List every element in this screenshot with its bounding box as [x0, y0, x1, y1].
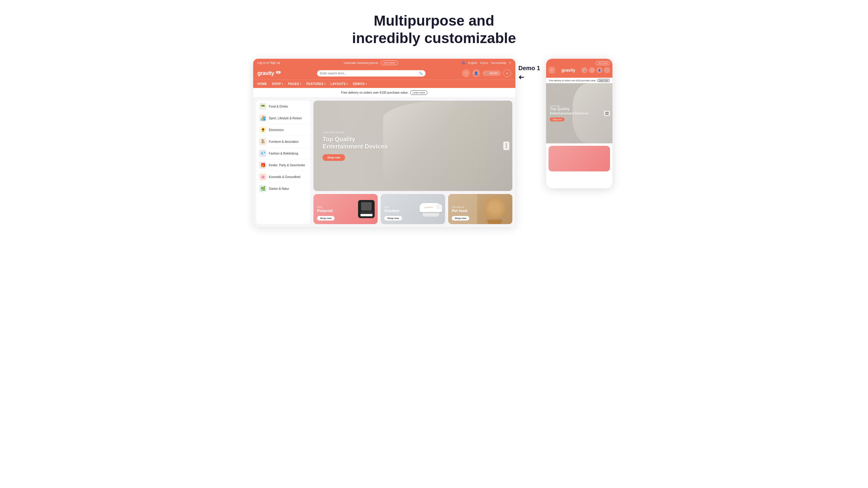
mobile-hero-content: Limited offer Top Quality Entertainment … [550, 105, 589, 121]
polaroid-title: Polaroid [317, 209, 335, 213]
sidebar-item-electronics[interactable]: 🌻 Electronics [256, 124, 310, 136]
nav-features[interactable]: FEATURES ▾ [306, 82, 326, 86]
close-button[interactable]: × [509, 61, 511, 65]
hero-banner: Limited offer Top Quality Entertainment … [313, 101, 513, 191]
nav-pages[interactable]: PAGES ▾ [288, 82, 301, 86]
hero-label: Limited offer [322, 131, 388, 134]
fashion-icon: 💎 [259, 150, 267, 157]
scroll-dot-2 [506, 145, 507, 147]
demo-label: Demo 1 [518, 65, 540, 72]
mobile-shop-button[interactable]: Shop now [550, 118, 564, 121]
header-icons: ♡ 👤 🛒 €0.00* ≡ [462, 69, 511, 77]
chevron-down-icon: ▾ [366, 83, 367, 85]
mobile-search-icon[interactable]: 🔍 [581, 67, 587, 73]
sidebar-item-furniture[interactable]: 🪑 Furniture & decoration [256, 136, 310, 148]
sidebar-item-garten[interactable]: 🌿 Garten & Natur [256, 183, 310, 194]
petfood-title: Pet food [452, 209, 469, 213]
mobile-learn-more-button[interactable]: Learn more [597, 79, 610, 82]
mobile-user-icon[interactable]: 👤 [596, 67, 602, 73]
heading-line2: incredibly customizable [352, 30, 516, 46]
mobile-hero-title: Top Quality Entertainment Devices [550, 107, 589, 116]
mobile-cart-icon[interactable]: 🛒 [604, 67, 610, 73]
hero-title: Top Quality Entertainment Devices [322, 135, 388, 150]
language-selector[interactable]: English [468, 61, 477, 64]
furniture-icon: 🪑 [259, 138, 267, 145]
nav-layouts[interactable]: LAYOUTS ▾ [331, 82, 348, 86]
petfood-tag: 10% discount [452, 206, 469, 208]
petfood-shop-button[interactable]: Shop now [452, 216, 469, 221]
chevron-down-icon: ▾ [324, 83, 326, 85]
mobile-delivery-text: Free delivery on orders over €100 purcha… [549, 79, 596, 82]
demo-wrapper: Log in or Sign up Optionaler Marketing B… [253, 59, 615, 227]
top-bar: Log in or Sign up Optionaler Marketing B… [253, 59, 516, 67]
arrow-icon: ➜ [518, 73, 524, 82]
heading-line1: Multipurpose and [374, 13, 494, 29]
navigation: HOME SHOP ▾ PAGES ▾ FEATURES ▾ LAYOUTS ▾… [253, 79, 516, 88]
sneaker-title: Sneaker [384, 209, 402, 213]
header: gravity WP 🔍 ♡ 👤 🛒 €0.00* ≡ [253, 67, 516, 79]
mobile-scroll-indicator [604, 111, 610, 116]
search-input[interactable] [320, 72, 417, 75]
sneaker-shop-button[interactable]: Shop now [384, 216, 402, 221]
garten-icon: 🌿 [259, 185, 267, 192]
currency-selector[interactable]: € Euro [480, 61, 488, 64]
wishlist-button[interactable]: ♡ [462, 69, 470, 77]
sidebar-item-food[interactable]: 🥗 Food & Drinks [256, 101, 310, 112]
macrame-decoration [452, 107, 488, 185]
flag-icon: 🇬🇧 [461, 61, 465, 64]
chevron-down-icon: ▾ [282, 83, 283, 85]
mobile-icons: 🔍 ♡ 👤 🛒 [581, 67, 610, 73]
sneaker-tag: New [384, 206, 402, 208]
mobile-delivery-banner: Free delivery on orders over €100 purcha… [546, 78, 613, 83]
sidebar-item-fashion[interactable]: 💎 Fashion & Bekleidung [256, 148, 310, 159]
menu-button[interactable]: ≡ [503, 69, 511, 77]
topbar-center: Optionaler Marketing Banner Jetzt testen [344, 61, 398, 65]
sneaker-image [420, 201, 444, 217]
search-bar[interactable]: 🔍 [317, 70, 426, 76]
logo-badge: WP [276, 71, 281, 73]
mobile-hero-banner: Limited offer Top Quality Entertainment … [546, 83, 613, 143]
cart-button[interactable]: 🛒 €0.00* [483, 70, 501, 76]
sidebar-item-sport[interactable]: 🏄 Sport, Lifestyle & Reisen [256, 112, 310, 124]
topbar-left: Log in or Sign up [257, 61, 280, 64]
logo: gravity WP [257, 70, 281, 76]
mobile-heart-icon[interactable]: ♡ [589, 67, 595, 73]
polaroid-promo-content: Retro Polaroid Shop now [317, 206, 335, 221]
promo-card-petfood: 10% discount Pet food Shop now [448, 194, 513, 224]
scroll-dot-1 [506, 143, 507, 144]
topbar-right: 🇬🇧 English € Euro Service/help × [461, 61, 511, 65]
polaroid-shop-button[interactable]: Shop now [317, 216, 335, 221]
hero-area: Limited offer Top Quality Entertainment … [313, 101, 513, 224]
nav-home[interactable]: HOME [257, 82, 267, 86]
sidebar-item-kosmetik[interactable]: 🌸 Kosmetik & Gesundheit [256, 171, 310, 183]
service-link[interactable]: Service/help [491, 61, 506, 64]
learn-more-button[interactable]: Learn more [410, 90, 427, 95]
hero-image-area [383, 101, 513, 191]
mobile-header: ≡ gravity 🔍 ♡ 👤 🛒 [549, 67, 610, 73]
hero-shop-now-button[interactable]: Shop now [322, 154, 345, 161]
mobile-logo: gravity [561, 68, 575, 73]
login-link[interactable]: Log in or Sign up [257, 61, 280, 64]
mobile-jetzt-button[interactable]: Jetzt testen [595, 61, 610, 65]
hero-scroll-indicator [503, 141, 509, 150]
desktop-mockup: Log in or Sign up Optionaler Marketing B… [253, 59, 516, 227]
kinder-icon: 🎁 [259, 161, 267, 169]
mobile-menu-icon[interactable]: ≡ [549, 67, 555, 73]
menu-line-3 [605, 114, 609, 115]
scroll-dot-3 [506, 147, 507, 148]
polaroid-tag: Retro [317, 206, 335, 208]
polaroid-image [358, 200, 375, 218]
sidebar-item-kinder[interactable]: 🎁 Kinder, Party & Geschenke [256, 159, 310, 171]
mobile-promo-card [549, 146, 610, 171]
electronics-icon: 🌻 [259, 126, 267, 133]
jetzt-button[interactable]: Jetzt testen [381, 61, 398, 65]
nav-demos[interactable]: DEMOS ▾ [353, 82, 367, 86]
account-button[interactable]: 👤 [472, 69, 480, 77]
sport-icon: 🏄 [259, 115, 267, 122]
nav-shop[interactable]: SHOP ▾ [272, 82, 283, 86]
kosmetik-icon: 🌸 [259, 173, 267, 181]
mobile-mockup: Jetzt testen ≡ gravity 🔍 ♡ 👤 🛒 Free deli… [546, 59, 613, 188]
mobile-top-bar: Jetzt testen ≡ gravity 🔍 ♡ 👤 🛒 [546, 59, 613, 78]
marketing-text: Optionaler Marketing Banner [344, 61, 378, 64]
petfood-promo-content: 10% discount Pet food Shop now [452, 206, 469, 221]
